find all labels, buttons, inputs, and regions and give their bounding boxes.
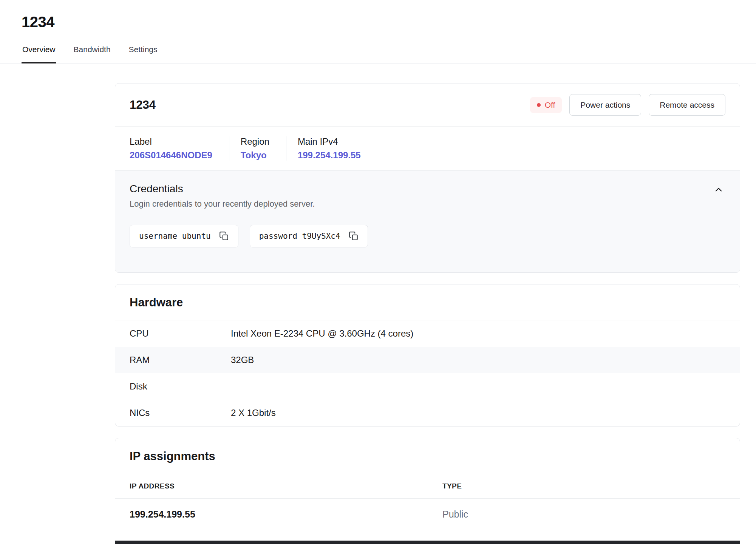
ip-type-cell: Public [442, 509, 725, 520]
ip-table-header: IP ADDRESS TYPE [115, 474, 740, 499]
server-label-link[interactable]: 206S014646NODE9 [130, 150, 212, 161]
credentials-subtitle: Login credentials to your recently deplo… [130, 199, 315, 209]
remote-access-button[interactable]: Remote access [649, 94, 725, 116]
hardware-row-value: 2 X 1Gbit/s [231, 408, 276, 418]
power-actions-button[interactable]: Power actions [569, 94, 641, 116]
password-chip: password t9UySXc4 [250, 225, 368, 247]
hardware-row-value: 32GB [231, 355, 254, 365]
hardware-rows: CPU Intel Xeon E-2234 CPU @ 3.60GHz (4 c… [115, 320, 740, 426]
hardware-row-label: Disk [130, 381, 231, 392]
server-card: 1234 Off Power actions Remote access Lab… [115, 83, 740, 273]
hardware-row-disk: Disk [115, 373, 740, 400]
chevron-up-icon[interactable] [712, 183, 725, 196]
server-name: 1234 [130, 98, 156, 112]
username-chip: username ubuntu [130, 225, 238, 247]
info-block-label: Label 206S014646NODE9 [130, 136, 229, 161]
tab-bar: Overview Bandwidth Settings [0, 43, 756, 63]
credentials-heading-group: Credentials Login credentials to your re… [130, 183, 315, 209]
table-row: 199.254.199.55 Public [115, 499, 740, 530]
bottom-cutoff-bar [115, 541, 740, 544]
ip-address-column-header: IP ADDRESS [130, 482, 442, 490]
server-card-header: 1234 Off Power actions Remote access [115, 83, 740, 126]
type-column-header: TYPE [442, 482, 725, 490]
main-content: 1234 Off Power actions Remote access Lab… [115, 83, 740, 544]
hardware-row-nics: NICs 2 X 1Gbit/s [115, 400, 740, 426]
hardware-row-ram: RAM 32GB [115, 347, 740, 373]
ip-assignments-title: IP assignments [115, 438, 740, 474]
status-badge: Off [530, 97, 562, 113]
page-header: 1234 [0, 0, 756, 31]
info-label: Region [241, 136, 269, 147]
username-text: username ubuntu [139, 232, 211, 241]
credential-chips: username ubuntu password t9UySXc4 [130, 225, 725, 247]
copy-icon[interactable] [219, 231, 229, 241]
server-actions: Off Power actions Remote access [530, 94, 725, 116]
tab-settings[interactable]: Settings [128, 43, 158, 63]
hardware-title: Hardware [115, 284, 740, 320]
status-label: Off [545, 100, 555, 110]
hardware-card: Hardware CPU Intel Xeon E-2234 CPU @ 3.6… [115, 284, 740, 427]
hardware-row-label: NICs [130, 408, 231, 418]
info-label: Label [130, 136, 212, 147]
password-text: password t9UySXc4 [259, 232, 340, 241]
ip-address-cell: 199.254.199.55 [130, 509, 442, 520]
hardware-row-label: RAM [130, 355, 231, 365]
server-ipv4-link[interactable]: 199.254.199.55 [298, 150, 361, 161]
info-block-region: Region Tokyo [229, 136, 286, 161]
hardware-row-value: Intel Xeon E-2234 CPU @ 3.60GHz (4 cores… [231, 328, 413, 339]
credentials-section: Credentials Login credentials to your re… [115, 170, 740, 272]
page-title: 1234 [22, 14, 756, 31]
status-dot-icon [537, 103, 541, 107]
ip-assignments-card: IP assignments IP ADDRESS TYPE 199.254.1… [115, 438, 740, 544]
tab-bandwidth[interactable]: Bandwidth [73, 43, 111, 63]
copy-icon[interactable] [349, 231, 359, 241]
tab-overview[interactable]: Overview [22, 43, 56, 63]
hardware-row-cpu: CPU Intel Xeon E-2234 CPU @ 3.60GHz (4 c… [115, 320, 740, 347]
credentials-header: Credentials Login credentials to your re… [130, 183, 725, 209]
server-info-row: Label 206S014646NODE9 Region Tokyo Main … [115, 126, 740, 170]
info-block-ipv4: Main IPv4 199.254.199.55 [286, 136, 377, 161]
info-label: Main IPv4 [298, 136, 361, 147]
credentials-title: Credentials [130, 183, 315, 195]
hardware-row-label: CPU [130, 328, 231, 339]
server-region-link[interactable]: Tokyo [241, 150, 267, 161]
